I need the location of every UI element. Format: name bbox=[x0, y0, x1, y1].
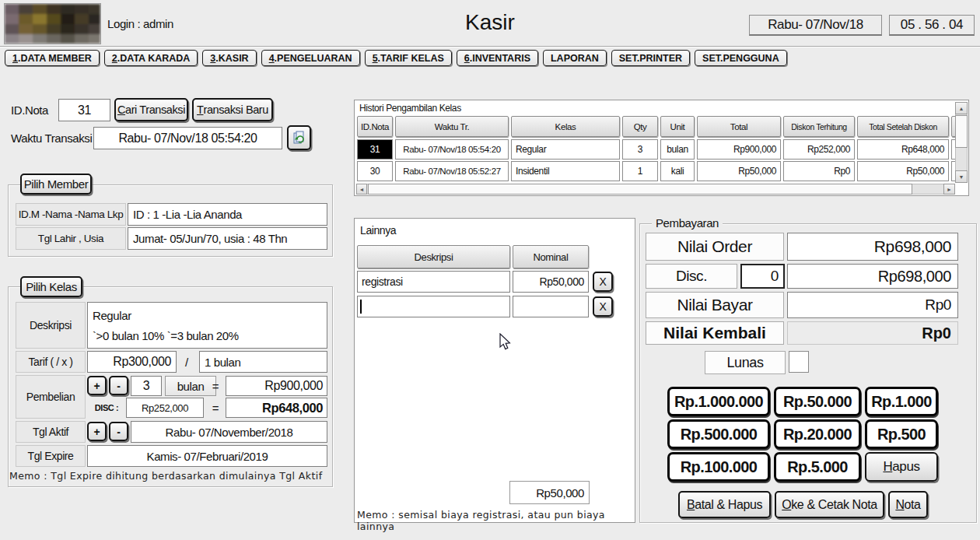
cell-kelas[interactable]: Regular bbox=[511, 139, 620, 160]
scroll-up-icon[interactable]: ▲ bbox=[955, 102, 968, 114]
cari-transaksi-button[interactable]: Cari Transaksi bbox=[114, 98, 188, 121]
time-display: 05 . 56 . 04 bbox=[889, 15, 975, 36]
lunas-checkbox[interactable] bbox=[789, 351, 809, 373]
col-waktu-tr[interactable]: Waktu Tr. bbox=[395, 116, 509, 137]
member-lahir-input[interactable]: Jumat- 05/Jun/70, usia : 48 Thn bbox=[128, 227, 327, 250]
lainnya-delete-button-2[interactable]: X bbox=[593, 296, 613, 317]
hapus-button[interactable]: Hapus bbox=[865, 452, 938, 482]
cell-total[interactable]: Rp50,000 bbox=[697, 161, 781, 181]
money-button-20000[interactable]: Rp.20.000 bbox=[774, 419, 861, 449]
cell-id[interactable]: 31 bbox=[357, 139, 393, 160]
col-diskon-terhitung[interactable]: Diskon Terhitung bbox=[783, 116, 855, 137]
tab-laporan[interactable]: LAPORAN bbox=[543, 50, 607, 66]
scroll-right-icon[interactable]: ► bbox=[943, 184, 955, 195]
nota-button[interactable]: Nota bbox=[888, 491, 928, 518]
cell-setelah-diskon[interactable]: Rp648,000 bbox=[857, 139, 949, 160]
lainnya-nominal-input-1[interactable]: Rp50,000 bbox=[513, 271, 589, 293]
lunas-label: Lunas bbox=[705, 351, 786, 374]
histori-title: Histori Pengambilan Kelas bbox=[359, 103, 461, 114]
tab-data-karada[interactable]: 2.DATA KARADA bbox=[104, 50, 198, 66]
kasir-app: { "header": { "login": "Login : admin", … bbox=[0, 0, 980, 540]
disc-value-box[interactable]: Rp252,000 bbox=[126, 398, 204, 418]
tab-inventaris[interactable]: 6.INVENTARIS bbox=[457, 50, 538, 66]
cell-setelah-diskon[interactable]: Rp50,000 bbox=[857, 161, 949, 181]
member-id-input[interactable]: ID : 1 -Lia -Lia Ananda bbox=[128, 203, 327, 226]
col-unit[interactable]: Unit bbox=[660, 116, 695, 137]
col-total[interactable]: Total bbox=[697, 116, 781, 137]
money-button-500[interactable]: Rp.500 bbox=[865, 419, 938, 449]
scroll-left-icon[interactable]: ◄ bbox=[356, 184, 367, 195]
cell-unit[interactable]: bulan bbox=[660, 139, 695, 160]
nilai-kembali-label: Nilai Kembali bbox=[646, 321, 784, 345]
tab-pengeluaran[interactable]: 4.PENGELUARAN bbox=[261, 50, 360, 66]
nilai-bayar-input[interactable]: Rp0 bbox=[787, 292, 958, 318]
qty-minus-button[interactable]: - bbox=[109, 376, 128, 395]
waktu-transaksi-label: Waktu Transaksi bbox=[11, 127, 92, 149]
histori-vscroll-thumb[interactable] bbox=[955, 115, 968, 148]
tarif-value-box[interactable]: Rp300,000 bbox=[87, 351, 177, 373]
money-button-1000000[interactable]: Rp.1.000.000 bbox=[667, 387, 770, 416]
disc-pembayaran-input[interactable]: 0 bbox=[740, 264, 785, 289]
date-display: Rabu- 07/Nov/18 bbox=[749, 15, 882, 36]
cell-unit[interactable]: kali bbox=[660, 161, 695, 181]
money-button-100000[interactable]: Rp.100.000 bbox=[667, 452, 770, 482]
transaksi-baru-button[interactable]: Transaksi Baru bbox=[192, 98, 273, 121]
cell-total[interactable]: Rp900,000 bbox=[697, 139, 781, 160]
deskripsi-box[interactable]: Regular `>0 bulan 10% `=3 bulan 20% bbox=[87, 302, 327, 349]
cell-waktu[interactable]: Rabu- 07/Nov/18 05:54:20 bbox=[395, 139, 509, 160]
aktif-minus-button[interactable]: - bbox=[109, 422, 128, 441]
tgl-aktif-box[interactable]: Rabu- 07/November/2018 bbox=[131, 421, 327, 443]
col-id-nota[interactable]: ID.Nota bbox=[357, 116, 393, 137]
refresh-document-icon bbox=[292, 130, 307, 146]
lainnya-deskripsi-input-1[interactable]: registrasi bbox=[357, 271, 510, 293]
cell-diskon[interactable]: Rp0 bbox=[783, 161, 855, 181]
money-button-1000[interactable]: Rp.1.000 bbox=[865, 387, 938, 416]
waktu-transaksi-input[interactable]: Rabu- 07/Nov/18 05:54:20 bbox=[93, 127, 282, 149]
cell-id[interactable]: 30 bbox=[357, 161, 393, 181]
tab-kasir[interactable]: 3.KASIR bbox=[202, 50, 256, 66]
batal-hapus-button[interactable]: Batal & Hapus bbox=[678, 491, 771, 518]
tarif-unit-box[interactable]: 1 bulan bbox=[199, 351, 327, 373]
cell-kelas[interactable]: Insidentil bbox=[511, 161, 620, 181]
histori-row-1[interactable]: 31 Rabu- 07/Nov/18 05:54:20 Regular 3 bu… bbox=[357, 139, 957, 160]
lainnya-title: Lainnya bbox=[360, 224, 396, 237]
qty-plus-button[interactable]: + bbox=[87, 376, 107, 395]
col-qty[interactable]: Qty bbox=[622, 116, 658, 137]
aktif-plus-button[interactable]: + bbox=[87, 422, 107, 441]
histori-row-2[interactable]: 30 Rabu- 07/Nov/18 05:52:27 Insidentil 1… bbox=[357, 161, 957, 181]
lainnya-delete-button-1[interactable]: X bbox=[593, 272, 613, 292]
deskripsi-line1: Regular bbox=[93, 306, 322, 326]
scroll-down-icon[interactable]: ▼ bbox=[955, 170, 968, 183]
pembelian-label: Pembelian bbox=[16, 375, 86, 419]
col-kelas[interactable]: Kelas bbox=[511, 116, 620, 137]
nilai-kembali-value: Rp0 bbox=[787, 321, 958, 345]
lainnya-col-nominal[interactable]: Nominal bbox=[513, 245, 589, 268]
refresh-waktu-button[interactable] bbox=[287, 125, 311, 150]
deskripsi-line2: `>0 bulan 10% `=3 bulan 20% bbox=[93, 326, 322, 346]
col-total-setelah-diskon[interactable]: Total Setelah Diskon bbox=[857, 116, 949, 137]
tarif-label: Tarif ( / x ) bbox=[16, 351, 86, 373]
histori-header-row: ID.Nota Waktu Tr. Kelas Qty Unit Total D… bbox=[357, 116, 957, 137]
cell-qty[interactable]: 1 bbox=[622, 161, 658, 181]
money-button-5000[interactable]: Rp.5.000 bbox=[774, 452, 861, 482]
tab-tarif-kelas[interactable]: 5.TARIF KELAS bbox=[365, 50, 452, 66]
tab-set-printer[interactable]: SET.PRINTER bbox=[611, 50, 690, 66]
histori-hscroll-thumb[interactable] bbox=[368, 184, 912, 195]
cell-diskon[interactable]: Rp252,000 bbox=[783, 139, 855, 160]
cell-waktu[interactable]: Rabu- 07/Nov/18 05:52:27 bbox=[395, 161, 509, 181]
member-id-label: ID.M -Nama -Nama Lkp bbox=[16, 203, 126, 226]
money-button-500000[interactable]: Rp.500.000 bbox=[667, 419, 770, 449]
cell-qty[interactable]: 3 bbox=[622, 139, 658, 160]
lainnya-col-deskripsi[interactable]: Deskripsi bbox=[357, 245, 510, 268]
id-nota-input[interactable]: 31 bbox=[58, 99, 110, 121]
qty-input[interactable]: 3 bbox=[131, 376, 162, 396]
deskripsi-label: Deskripsi bbox=[16, 302, 86, 349]
nilai-bayar-label: Nilai Bayar bbox=[646, 292, 784, 318]
lainnya-deskripsi-input-2[interactable] bbox=[357, 296, 510, 317]
tab-data-member[interactable]: 1.DATA MEMBER bbox=[5, 50, 100, 66]
lainnya-nominal-input-2[interactable] bbox=[513, 296, 589, 317]
oke-cetak-nota-button[interactable]: Oke & Cetak Nota bbox=[775, 491, 884, 518]
money-button-50000[interactable]: Rp.50.000 bbox=[774, 387, 861, 416]
tab-set-pengguna[interactable]: SET.PENGGUNA bbox=[695, 50, 787, 66]
tarif-slash: / bbox=[177, 351, 196, 373]
